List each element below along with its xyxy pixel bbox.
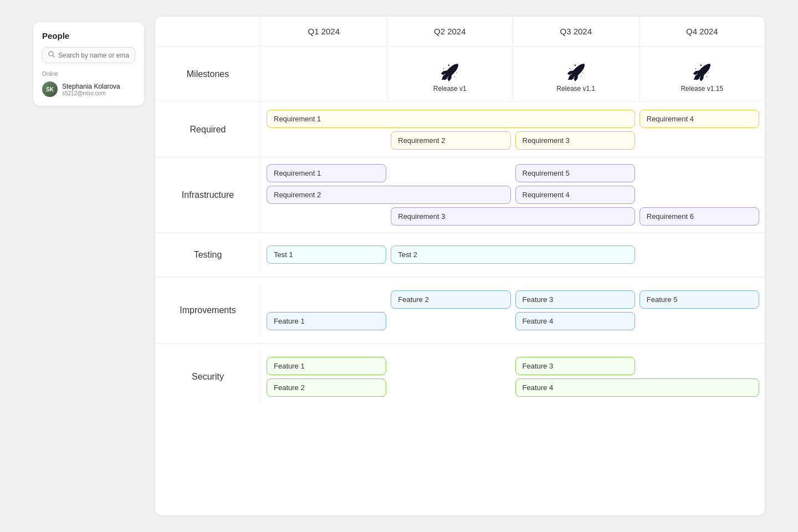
required-req2-card[interactable]: Requirement 2: [391, 131, 510, 150]
security-cards: Feature 1 Feature 3 Feature 2: [260, 350, 765, 403]
improvements-f4-card[interactable]: Feature 4: [515, 312, 635, 330]
search-icon: [48, 51, 55, 59]
user-info: Stephania Kolarova s5212@miro.com: [62, 83, 120, 96]
required-req3-card[interactable]: Requirement 3: [515, 131, 635, 150]
testing-row-1: Test 1 Test 2: [267, 245, 759, 264]
header-label-empty: [155, 17, 260, 46]
required-label: Required: [155, 116, 260, 144]
milestone-q3: 🚀 Release v1.1: [513, 47, 640, 101]
people-title: People: [42, 31, 135, 40]
security-f4-card[interactable]: Feature 4: [515, 378, 760, 397]
infrastructure-section: Infrastructure Requirement 1 Requirement…: [155, 157, 765, 233]
infra-req4-card[interactable]: Requirement 4: [515, 186, 635, 204]
milestones-label: Milestones: [155, 47, 260, 101]
svg-line-1: [53, 55, 54, 57]
quarter-q3: Q3 2024: [513, 17, 639, 46]
testing-test1-card[interactable]: Test 1: [267, 245, 386, 264]
milestone-q2: 🚀 Release v1: [387, 47, 514, 101]
improvements-rows: Feature 2 Feature 3 Feature 5: [267, 290, 759, 330]
infrastructure-cards: Requirement 1 Requirement 5 Requirement …: [260, 157, 765, 232]
testing-label: Testing: [155, 241, 260, 269]
roadmap-panel: Q1 2024 Q2 2024 Q3 2024 Q4 2024 Mileston…: [155, 17, 765, 515]
security-f1-card[interactable]: Feature 1: [267, 357, 386, 375]
improvements-label: Improvements: [155, 296, 260, 324]
milestones-section: Milestones 🚀 Release v1 🚀 Release v1.1 🚀…: [155, 47, 765, 102]
testing-section: Testing Test 1 Test 2: [155, 233, 765, 277]
required-section: Required Requirement 1 Requirement 4: [155, 102, 765, 157]
security-rows: Feature 1 Feature 3 Feature 2: [267, 357, 759, 397]
milestones-content: 🚀 Release v1 🚀 Release v1.1 🚀 Release v1…: [260, 47, 765, 101]
quarter-q4: Q4 2024: [639, 17, 765, 46]
infrastructure-rows: Requirement 1 Requirement 5 Requirement …: [267, 164, 759, 226]
improvements-f3-card[interactable]: Feature 3: [515, 290, 635, 309]
infra-req5-card[interactable]: Requirement 5: [515, 164, 635, 182]
infra-row-3: Requirement 3 Requirement 6: [267, 207, 759, 226]
user-name: Stephania Kolarova: [62, 83, 120, 90]
security-row-2: Feature 2 Feature 4: [267, 378, 759, 397]
quarter-q2: Q2 2024: [387, 17, 513, 46]
improvements-row-1: Feature 2 Feature 3 Feature 5: [267, 290, 759, 309]
roadmap-table: Q1 2024 Q2 2024 Q3 2024 Q4 2024 Mileston…: [155, 17, 765, 410]
required-rows: Requirement 1 Requirement 4 Requirement …: [267, 110, 759, 150]
required-cards: Requirement 1 Requirement 4 Requirement …: [260, 103, 765, 156]
security-f2-card[interactable]: Feature 2: [267, 378, 386, 397]
improvements-cards: Feature 2 Feature 3 Feature 5: [260, 284, 765, 337]
infra-row-1: Requirement 1 Requirement 5: [267, 164, 759, 182]
testing-cards: Test 1 Test 2: [260, 239, 765, 270]
milestone-v115-label: Release v1.15: [681, 85, 723, 93]
rocket-v1-icon: 🚀: [440, 63, 459, 81]
main-container: People Online SK Stephania Kolarova s521…: [0, 0, 798, 532]
infra-req2-card[interactable]: Requirement 2: [267, 186, 511, 204]
security-label: Security: [155, 363, 260, 391]
quarters-row: Q1 2024 Q2 2024 Q3 2024 Q4 2024: [260, 17, 765, 46]
improvements-section: Improvements Feature 2 Feature 3: [155, 277, 765, 344]
search-box: [42, 47, 135, 63]
improvements-row-2: Feature 1 Feature 4: [267, 312, 759, 330]
improvements-f2-card[interactable]: Feature 2: [391, 290, 510, 309]
required-req4-card[interactable]: Requirement 4: [640, 110, 759, 128]
rocket-v115-icon: 🚀: [692, 63, 712, 81]
milestone-q1-empty: [261, 47, 387, 101]
infra-row-2: Requirement 2 Requirement 4: [267, 186, 759, 204]
milestone-q4: 🚀 Release v1.15: [640, 47, 765, 101]
avatar: SK: [42, 81, 58, 97]
improvements-f5-card[interactable]: Feature 5: [640, 290, 759, 309]
security-f3-card[interactable]: Feature 3: [515, 357, 635, 375]
milestone-v1-label: Release v1: [433, 85, 467, 93]
infra-req3-card[interactable]: Requirement 3: [391, 207, 635, 226]
milestone-v11-label: Release v1.1: [556, 85, 595, 93]
infra-req1-card[interactable]: Requirement 1: [267, 164, 386, 182]
search-input[interactable]: [58, 52, 129, 59]
required-row-1: Requirement 1 Requirement 4: [267, 110, 759, 128]
user-email: s5212@miro.com: [62, 90, 120, 96]
security-row-1: Feature 1 Feature 3: [267, 357, 759, 375]
testing-test2-card[interactable]: Test 2: [391, 245, 635, 264]
infra-req6-card[interactable]: Requirement 6: [640, 207, 759, 226]
required-row-2: Requirement 2 Requirement 3: [267, 131, 759, 150]
required-req1-card[interactable]: Requirement 1: [267, 110, 635, 128]
rocket-v11-icon: 🚀: [566, 63, 586, 81]
quarter-header-row: Q1 2024 Q2 2024 Q3 2024 Q4 2024: [155, 17, 765, 47]
infrastructure-label: Infrastructure: [155, 181, 260, 209]
security-section: Security Feature 1 Feature 3: [155, 344, 765, 410]
quarter-q1: Q1 2024: [260, 17, 387, 46]
improvements-f1-card[interactable]: Feature 1: [267, 312, 386, 330]
online-label: Online: [42, 71, 135, 77]
user-item: SK Stephania Kolarova s5212@miro.com: [42, 81, 135, 97]
people-panel: People Online SK Stephania Kolarova s521…: [33, 22, 144, 106]
